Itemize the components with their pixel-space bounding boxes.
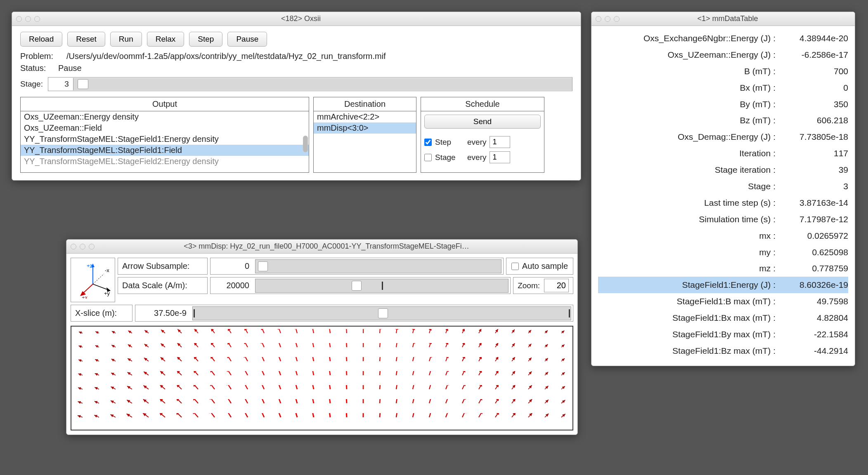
zoom-input[interactable] bbox=[544, 279, 569, 292]
vector-arrow-icon bbox=[339, 343, 355, 357]
separator: : bbox=[771, 47, 778, 63]
data-scale-slider[interactable] bbox=[255, 279, 509, 293]
data-row[interactable]: Stage iteration:39 bbox=[598, 162, 848, 178]
minimize-icon[interactable] bbox=[80, 244, 85, 249]
svg-line-91 bbox=[278, 343, 281, 347]
svg-line-343 bbox=[380, 399, 381, 403]
list-item[interactable]: YY_TransformStageMEL:StageField2:Energy … bbox=[21, 156, 309, 167]
data-value: -44.2914 bbox=[778, 343, 848, 359]
oxsii-titlebar[interactable]: <182> Oxsii bbox=[12, 12, 581, 26]
minimize-icon[interactable] bbox=[605, 16, 610, 22]
data-row[interactable]: Oxs_Exchange6Ngbr::Energy (J):4.38944e-2… bbox=[598, 30, 848, 47]
data-row[interactable]: Iteration:117 bbox=[598, 145, 848, 162]
vector-arrow-icon bbox=[405, 329, 421, 343]
data-titlebar[interactable]: <1> mmDataTable bbox=[591, 12, 855, 26]
vector-field-display[interactable] bbox=[71, 326, 573, 430]
list-item[interactable]: YY_TransformStageMEL:StageField1:Field bbox=[21, 145, 309, 156]
xslice-control[interactable]: 37.50e-9 bbox=[135, 305, 573, 322]
vector-arrow-icon bbox=[256, 399, 272, 413]
data-label: B (mT) bbox=[598, 63, 771, 80]
vector-arrow-icon bbox=[553, 329, 569, 343]
svg-line-339 bbox=[346, 399, 347, 403]
output-listbox[interactable]: Oxs_UZeeman::Energy densityOxs_UZeeman::… bbox=[21, 111, 309, 172]
svg-line-227 bbox=[413, 371, 414, 375]
list-item[interactable]: mmDisp<3:0> bbox=[314, 122, 416, 134]
step-every-input[interactable] bbox=[490, 136, 510, 148]
vector-arrow-icon bbox=[141, 413, 156, 427]
auto-sample-box[interactable]: Auto sample bbox=[506, 258, 573, 275]
vector-arrow-icon bbox=[355, 385, 371, 399]
relax-button[interactable]: Relax bbox=[147, 32, 184, 47]
svg-line-211 bbox=[277, 371, 281, 375]
reset-button[interactable]: Reset bbox=[67, 32, 105, 47]
list-item[interactable]: YY_TransformStageMEL:StageField1:Energy … bbox=[21, 134, 309, 145]
vector-arrow-icon bbox=[454, 371, 470, 385]
data-row[interactable]: my:0.625098 bbox=[598, 244, 848, 261]
stage-slider[interactable]: 3 bbox=[48, 77, 572, 91]
data-row[interactable]: Bz (mT):606.218 bbox=[598, 112, 848, 129]
separator: : bbox=[771, 195, 778, 211]
reload-button[interactable]: Reload bbox=[20, 32, 62, 47]
vector-arrow-icon bbox=[405, 357, 421, 371]
data-row[interactable]: StageField1:Energy (J):8.60326e-19 bbox=[598, 277, 848, 293]
vector-arrow-icon bbox=[289, 343, 305, 357]
vector-arrow-icon bbox=[256, 357, 272, 371]
data-row[interactable]: By (mT):350 bbox=[598, 96, 848, 113]
data-row[interactable]: mz:0.778759 bbox=[598, 260, 848, 277]
data-row[interactable]: Last time step (s):3.87163e-14 bbox=[598, 195, 848, 211]
data-scale-value: 20000 bbox=[212, 281, 253, 290]
slider-thumb[interactable] bbox=[352, 281, 362, 291]
data-row[interactable]: mx:0.0265972 bbox=[598, 228, 848, 244]
svg-line-271 bbox=[277, 385, 281, 389]
data-row[interactable]: Oxs_UZeeman::Energy (J):-6.2586e-17 bbox=[598, 47, 848, 63]
step-button[interactable]: Step bbox=[189, 32, 222, 47]
svg-line-169 bbox=[429, 357, 431, 361]
vector-arrow-icon bbox=[174, 357, 189, 371]
send-button[interactable]: Send bbox=[424, 115, 541, 129]
data-row[interactable]: Oxs_Demag::Energy (J):7.73805e-18 bbox=[598, 129, 848, 145]
step-checkbox[interactable] bbox=[424, 139, 432, 146]
list-item[interactable]: Oxs_UZeeman::Energy density bbox=[21, 111, 309, 122]
stage-checkbox[interactable] bbox=[424, 154, 432, 161]
data-row[interactable]: Bx (mT):0 bbox=[598, 80, 848, 96]
xslice-slider[interactable] bbox=[192, 306, 571, 320]
zoom-icon[interactable] bbox=[89, 244, 95, 249]
data-scale-control[interactable]: 20000 bbox=[210, 277, 511, 294]
destination-listbox[interactable]: mmArchive<2:2>mmDisp<3:0> bbox=[314, 111, 416, 172]
close-icon[interactable] bbox=[596, 16, 601, 22]
svg-line-105 bbox=[396, 343, 397, 347]
auto-sample-checkbox[interactable] bbox=[511, 263, 519, 270]
separator: : bbox=[771, 30, 778, 47]
data-row[interactable]: StageField1:Bx max (mT):4.82804 bbox=[598, 310, 848, 326]
slider-thumb[interactable] bbox=[378, 308, 388, 318]
data-row[interactable]: StageField1:B max (mT):49.7598 bbox=[598, 293, 848, 310]
close-icon[interactable] bbox=[71, 244, 76, 249]
zoom-icon[interactable] bbox=[34, 16, 40, 22]
minimize-icon[interactable] bbox=[25, 16, 31, 22]
data-row[interactable]: B (mT):700 bbox=[598, 63, 848, 80]
data-row[interactable]: Simulation time (s):7.17987e-12 bbox=[598, 211, 848, 228]
slider-thumb[interactable] bbox=[258, 261, 268, 271]
data-label: Oxs_UZeeman::Energy (J) bbox=[598, 47, 771, 63]
stage-thumb[interactable] bbox=[78, 79, 88, 89]
stage-value: 3 bbox=[48, 80, 73, 89]
pause-button[interactable]: Pause bbox=[227, 32, 267, 47]
arrow-subsample-slider[interactable] bbox=[255, 259, 501, 273]
status-label: Status: bbox=[20, 63, 53, 73]
svg-line-229 bbox=[429, 371, 432, 375]
run-button[interactable]: Run bbox=[110, 32, 142, 47]
scrollbar-thumb[interactable] bbox=[303, 136, 308, 152]
svg-line-157 bbox=[329, 357, 330, 361]
list-item[interactable]: Oxs_UZeeman::Field bbox=[21, 122, 309, 134]
data-row[interactable]: StageField1:Bz max (mT):-44.2914 bbox=[598, 343, 848, 359]
data-row[interactable]: StageField1:By max (mT):-22.1584 bbox=[598, 326, 848, 343]
arrow-subsample-control[interactable]: 0 bbox=[210, 258, 504, 275]
disp-titlebar[interactable]: <3> mmDisp: Hyz_02_run_file00_H7000_AC00… bbox=[66, 240, 577, 254]
stage-track[interactable] bbox=[73, 78, 572, 90]
axes-icon[interactable]: +z -x +y +x bbox=[71, 258, 115, 302]
data-row[interactable]: Stage:3 bbox=[598, 178, 848, 195]
zoom-icon[interactable] bbox=[614, 16, 620, 22]
stage-every-input[interactable] bbox=[490, 151, 510, 163]
list-item[interactable]: mmArchive<2:2> bbox=[314, 111, 416, 122]
close-icon[interactable] bbox=[16, 16, 22, 22]
